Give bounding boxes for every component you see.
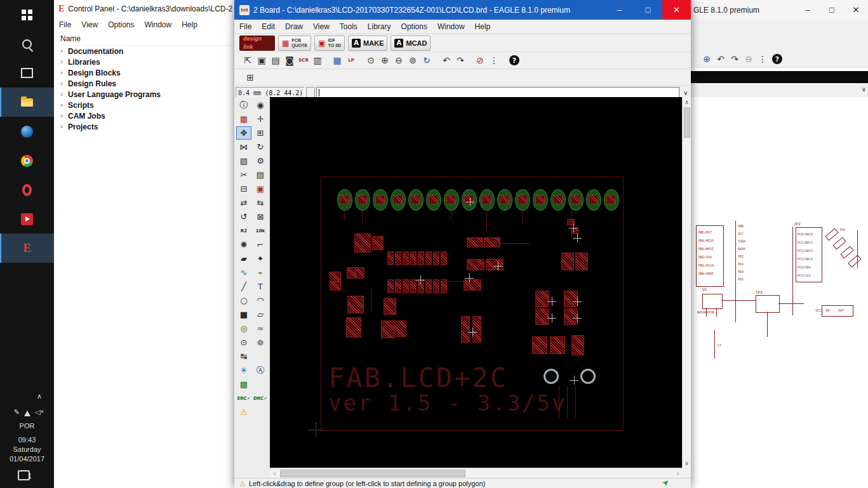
make-button[interactable]: AMAKE [348,36,387,51]
board-menu-window[interactable]: Window [432,22,470,31]
help-icon[interactable]: ? [772,54,782,64]
print-icon[interactable]: ▤ [269,54,283,67]
language-indicator[interactable]: POR [0,419,54,433]
lock-tool[interactable]: ⊠ [253,210,268,223]
tree-item-design-blocks[interactable]: ›Design Blocks [54,67,234,78]
name-tool[interactable]: R2 [236,224,251,237]
tree-item-documentation[interactable]: ›Documentation [54,46,234,56]
copy-tool[interactable]: ⊞ [253,126,268,140]
scroll-down-arrow[interactable]: ∨ [683,459,691,467]
zoom-select-icon[interactable]: ⊚ [406,54,420,67]
zoom-out-icon[interactable]: ⊖ [392,54,406,67]
smash-tool[interactable]: ✺ [236,238,251,251]
attribute-tool[interactable]: ⊚ [253,336,268,349]
move-tool[interactable]: ✥ [236,126,251,140]
show-tool[interactable]: ◉ [253,98,268,112]
cp-menu-window[interactable]: Window [140,20,177,29]
notification-center-button[interactable]: 1 [0,466,54,488]
task-view-button[interactable] [0,58,54,88]
follow-me-router-tool[interactable]: Ⓐ [253,364,268,377]
miter-tool[interactable]: ⌐ [253,238,268,251]
run-script-icon[interactable]: SCR [297,54,310,67]
sch-close-button[interactable]: ✕ [844,0,868,20]
rect-tool[interactable]: ■ [236,308,251,321]
value-tool[interactable]: 10k [253,224,268,237]
pcb-quote-button[interactable]: ▦PCB QUOTE [278,36,311,51]
wire-tool[interactable]: ╱ [236,280,251,293]
info-tool[interactable]: ⓘ [236,98,251,112]
undo-icon[interactable]: ↶ [714,53,728,65]
board-menu-library[interactable]: Library [363,22,396,31]
run-ulp-icon[interactable]: LP [344,54,358,67]
zoom-redraw-icon[interactable]: ↻ [420,54,434,67]
autorouter-tool[interactable]: ✳ [236,364,251,377]
command-dropdown-chevron[interactable]: ∨ [681,89,691,96]
chrome-button[interactable] [0,146,54,175]
start-button[interactable] [0,0,54,29]
display-layers-tool[interactable]: ▦ [236,112,251,126]
paste-tool[interactable]: ▤ [253,168,268,181]
board-titlebar[interactable]: brd 2 Board - C:\danielkras3\LCD-2017033… [234,0,691,20]
polygon-tool[interactable]: ▱ [253,308,268,321]
rotate-tool[interactable]: ↻ [253,140,268,154]
open-icon[interactable]: ⇱ [241,54,255,67]
cp-menu-view[interactable]: View [76,20,103,29]
group-tool[interactable]: ▧ [236,154,251,168]
horizontal-scrollbar[interactable]: ‹ › [270,468,683,478]
board-menu-edit[interactable]: Edit [257,22,280,31]
board-menu-options[interactable]: Options [396,22,432,31]
help-icon[interactable]: ? [509,55,519,65]
sch-command-dropdown-chevron[interactable]: ∨ [862,86,866,93]
app-blue-button[interactable] [0,117,54,146]
schematic-titlebar[interactable]: GLE 8.1.0 premium – □ ✕ [691,0,868,20]
gateswap-tool[interactable]: ⇆ [253,196,268,209]
ratsnest-tool[interactable]: ↹ [236,350,251,363]
file-explorer-button[interactable] [0,88,54,117]
volume-muted-icon[interactable]: ◁ [35,408,40,416]
design-link-button[interactable]: designlink [239,36,275,51]
minimize-button[interactable]: – [605,0,634,20]
cp-menu-file[interactable]: File [54,20,76,29]
tree-item-cam-jobs[interactable]: ›CAM Jobs [54,110,234,121]
tree-item-design-rules[interactable]: ›Design Rules [54,78,234,89]
stop-icon[interactable]: ⊘ [473,54,487,67]
stop-icon[interactable]: ⊖ [742,53,756,65]
signal-tool[interactable]: ≈ [253,322,268,335]
export-image-icon[interactable]: ◙ [283,54,297,67]
control-panel-titlebar[interactable]: E Control Panel - C:\danielkras3\downloa… [54,0,234,18]
circle-tool[interactable]: ○ [236,294,251,307]
close-button[interactable]: ✕ [662,0,691,20]
errors-tool[interactable]: ⚠ [236,406,251,419]
array-icon[interactable]: ▥ [310,54,324,67]
mirror-tool[interactable]: ⋈ [236,140,251,154]
drc-fill-tool[interactable]: ▩ [236,378,251,391]
zoom-redraw-icon[interactable]: ⊕ [700,53,714,65]
add-tool[interactable]: ▣ [253,182,268,195]
scroll-right-arrow[interactable]: › [674,469,682,477]
board-canvas[interactable]: FAB.LCD+2Cver 1.5 - 3.3/5v [270,97,683,468]
cut-tool[interactable]: ✂ [236,168,251,181]
grid-button[interactable]: ⊞ [243,71,257,83]
command-input[interactable] [317,88,679,98]
vscroll-thumb[interactable] [684,107,690,138]
board-menu-help[interactable]: Help [470,22,496,31]
board-menu-file[interactable]: File [234,22,257,31]
save-icon[interactable]: ▣ [255,54,269,67]
design-rules-icon[interactable]: ▦ [330,54,344,67]
redo-icon[interactable]: ↷ [453,54,467,67]
mark-tool[interactable]: ✛ [253,112,268,126]
sch-maximize-button[interactable]: □ [820,0,844,20]
tree-item-user-language-programs[interactable]: ›User Language Programs [54,89,234,100]
cp-menu-help[interactable]: Help [177,20,203,29]
split-tool[interactable]: ▰ [236,252,251,265]
zoom-fit-icon[interactable]: ⊙ [364,54,378,67]
eagle-button[interactable]: E [0,234,54,263]
board-menu-tools[interactable]: Tools [335,22,363,31]
opera-button[interactable] [0,175,54,204]
redo-icon[interactable]: ↷ [728,53,742,65]
cp-menu-options[interactable]: Options [103,20,139,29]
maximize-button[interactable]: □ [634,0,662,20]
erc-tool[interactable]: ERC✓ [236,392,251,405]
sch-minimize-button[interactable]: – [796,0,820,20]
pinswap-tool[interactable]: ⇄ [236,196,251,209]
